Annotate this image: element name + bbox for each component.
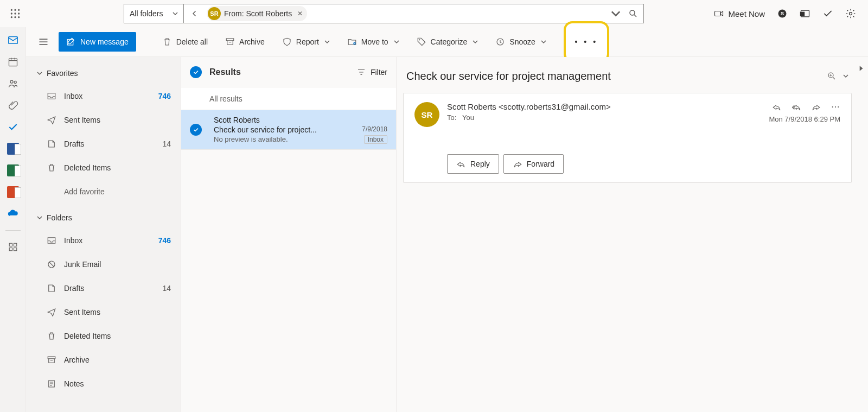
nav-notes[interactable]: Notes: [26, 372, 181, 396]
check-icon: [193, 69, 199, 75]
search-back-button[interactable]: [187, 6, 202, 21]
forward-icon[interactable]: [811, 102, 821, 112]
rail-calendar[interactable]: [5, 54, 21, 69]
nav-item-label: Inbox: [64, 92, 82, 100]
chevron-down-icon[interactable]: [843, 73, 848, 79]
archive-button[interactable]: Archive: [219, 32, 271, 52]
search-chip-from[interactable]: SR From: Scott Roberts ✕: [207, 6, 307, 21]
nav-inbox-fav[interactable]: Inbox 746: [26, 84, 181, 108]
nav-item-label: Drafts: [64, 284, 84, 293]
delete-all-button[interactable]: Delete all: [156, 32, 214, 52]
nav-deleted-fav[interactable]: Deleted Items: [26, 156, 181, 180]
skype-button[interactable]: S: [777, 8, 788, 19]
send-icon: [47, 307, 56, 317]
rail-people[interactable]: [5, 76, 21, 91]
chevron-down-icon: [473, 39, 478, 45]
chevron-down-icon: [394, 39, 399, 45]
todo-button[interactable]: [822, 8, 833, 19]
chevron-down-icon: [324, 39, 330, 45]
meet-now-button[interactable]: Meet Now: [714, 9, 765, 18]
reply-all-icon[interactable]: [792, 102, 801, 112]
clock-icon: [495, 37, 505, 47]
nav-toggle[interactable]: [33, 31, 54, 53]
search-scope-dropdown[interactable]: All folders: [124, 4, 183, 23]
results-title: Results: [209, 67, 241, 77]
search-box[interactable]: SR From: Scott Roberts ✕: [183, 4, 644, 23]
favorites-header[interactable]: Favorites: [26, 62, 181, 84]
folders-label: Folders: [47, 213, 72, 222]
rail-word[interactable]: [5, 141, 21, 156]
nav-item-label: Deleted Items: [64, 163, 111, 172]
reply-button[interactable]: Reply: [447, 154, 499, 174]
nav-sent-fav[interactable]: Sent Items: [26, 108, 181, 132]
filter-button[interactable]: Filter: [356, 67, 387, 77]
settings-button[interactable]: [845, 8, 856, 19]
snooze-button[interactable]: Snooze: [489, 32, 552, 52]
nav-sent[interactable]: Sent Items: [26, 300, 181, 324]
move-to-button[interactable]: Move to: [341, 32, 406, 52]
message-date: 7/9/2018: [362, 125, 387, 134]
svg-point-15: [850, 12, 852, 15]
message-select[interactable]: [190, 124, 209, 136]
more-icon[interactable]: [831, 102, 840, 112]
chip-remove-icon[interactable]: ✕: [297, 10, 303, 17]
select-all-toggle[interactable]: [190, 66, 202, 78]
rail-onedrive[interactable]: [5, 206, 21, 221]
skype-icon: S: [777, 8, 788, 19]
message-row[interactable]: Scott Roberts Check our service for proj…: [181, 110, 396, 150]
forward-button[interactable]: Forward: [503, 154, 564, 174]
svg-text:S: S: [781, 11, 784, 16]
chevron-down-icon: [541, 39, 546, 45]
sender-avatar: SR: [414, 102, 439, 127]
send-icon: [47, 115, 56, 125]
chip-avatar: SR: [208, 7, 221, 20]
nav-add-favorite[interactable]: Add favorite: [26, 180, 181, 204]
rail-mail[interactable]: [5, 33, 21, 48]
folders-header[interactable]: Folders: [26, 207, 181, 229]
gear-icon: [845, 8, 856, 19]
outlook-app-button[interactable]: [800, 8, 810, 19]
ellipsis-icon: • • •: [575, 37, 598, 46]
nav-archive[interactable]: Archive: [26, 348, 181, 372]
search-icon[interactable]: [628, 9, 638, 18]
nav-drafts[interactable]: Drafts 14: [26, 276, 181, 300]
report-button[interactable]: Report: [276, 32, 336, 52]
nav-inbox[interactable]: Inbox 746: [26, 229, 181, 252]
svg-rect-21: [14, 243, 16, 246]
rail-powerpoint[interactable]: [5, 185, 21, 200]
app-launcher[interactable]: [4, 0, 26, 27]
nav-drafts-fav[interactable]: Drafts 14: [26, 132, 181, 156]
more-actions-button[interactable]: • • •: [564, 21, 609, 62]
reply-icon[interactable]: [772, 102, 782, 112]
rail-all-apps[interactable]: [5, 239, 21, 255]
nav-count: 746: [158, 92, 171, 100]
junk-icon: [47, 259, 56, 269]
chevron-down-icon: [173, 11, 178, 16]
sender-name-email: Scott Roberts <scotty.roberts31@gmail.co…: [447, 102, 611, 111]
outlook-icon: [800, 8, 810, 19]
rail-todo[interactable]: [5, 119, 21, 135]
svg-point-4: [14, 12, 16, 14]
shield-icon: [282, 37, 292, 47]
app-rail: [0, 27, 26, 412]
grid-icon: [8, 242, 18, 252]
svg-rect-17: [9, 59, 17, 66]
waffle-icon: [10, 8, 21, 19]
message-from: Scott Roberts: [214, 116, 358, 124]
nav-item-label: Junk Email: [64, 260, 101, 269]
nav-item-label: Sent Items: [64, 308, 100, 316]
favorites-label: Favorites: [47, 69, 78, 78]
ad-collapse[interactable]: [857, 65, 865, 72]
zoom-icon[interactable]: [827, 71, 837, 81]
new-message-button[interactable]: New message: [59, 32, 136, 52]
to-value: You: [462, 113, 474, 122]
rail-files[interactable]: [5, 98, 21, 113]
delete-all-label: Delete all: [176, 37, 208, 46]
categorize-button[interactable]: Categorize: [410, 32, 485, 52]
search-options-chevron-icon[interactable]: [611, 9, 621, 18]
results-group-header: All results: [181, 87, 396, 110]
svg-point-3: [11, 12, 12, 14]
nav-junk[interactable]: Junk Email: [26, 252, 181, 276]
rail-excel[interactable]: [5, 163, 21, 178]
nav-deleted[interactable]: Deleted Items: [26, 324, 181, 348]
